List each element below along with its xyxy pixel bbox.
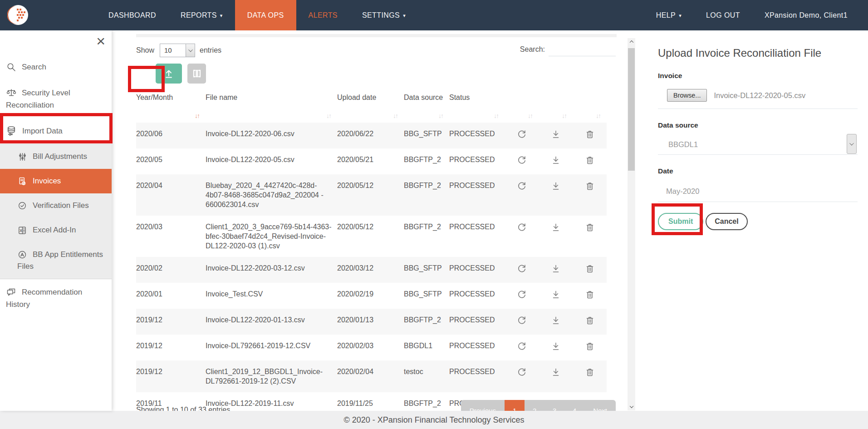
sort-icon: ↓↑ xyxy=(393,113,399,119)
trash-icon[interactable]: .a{stroke:#787878;stroke-width:1.5;fill:… xyxy=(584,341,595,352)
refresh-icon[interactable]: .a{stroke:#787878;stroke-width:1.5;fill:… xyxy=(516,222,527,233)
trash-icon[interactable]: .a{stroke:#787878;stroke-width:1.5;fill:… xyxy=(584,129,595,140)
pagination-page-3[interactable]: 3 xyxy=(544,400,564,411)
pagination-page-1[interactable]: 1 xyxy=(505,400,525,411)
download-icon[interactable]: .a{stroke:#787878;stroke-width:1.5;fill:… xyxy=(550,181,561,192)
date-value[interactable]: May-2020 xyxy=(666,187,858,196)
column-header-refresh[interactable]: ↓↑ xyxy=(505,92,539,123)
cell-action: .a{stroke:#787878;stroke-width:1.5;fill:… xyxy=(539,216,573,257)
selected-file-name: Invoice-DL122-2020-05.csv xyxy=(714,91,805,100)
refresh-icon[interactable]: .a{stroke:#787878;stroke-width:1.5;fill:… xyxy=(516,155,527,166)
refresh-icon[interactable]: .a{stroke:#787878;stroke-width:1.5;fill:… xyxy=(516,367,527,378)
cancel-button[interactable]: Cancel xyxy=(706,213,747,230)
nav-user[interactable]: XPansion Demo, Client1 xyxy=(752,0,860,30)
svg-text:X: X xyxy=(20,228,22,233)
trash-icon[interactable]: .a{stroke:#787878;stroke-width:1.5;fill:… xyxy=(584,155,595,166)
sidebar-item-verification-files[interactable]: Verification Files xyxy=(0,193,112,218)
download-icon[interactable]: .a{stroke:#787878;stroke-width:1.5;fill:… xyxy=(550,289,561,300)
cell-upload-date: 2020/05/21 xyxy=(337,148,404,174)
refresh-icon[interactable]: .a{stroke:#787878;stroke-width:1.5;fill:… xyxy=(516,289,527,300)
submit-button[interactable]: Submit xyxy=(658,213,703,230)
download-icon[interactable]: .a{stroke:#787878;stroke-width:1.5;fill:… xyxy=(550,129,561,140)
column-header-year-month[interactable]: Year/Month↓↑ xyxy=(136,92,206,123)
vertical-scrollbar[interactable] xyxy=(628,38,635,410)
nav-logout[interactable]: LOG OUT xyxy=(694,0,752,30)
table-row: 2020/01Invoice_Test.CSV2020/02/19BBG_SFT… xyxy=(136,283,607,309)
pagination-page-2[interactable]: 2 xyxy=(525,400,544,411)
table-row: 2020/06Invoice-DL122-2020-06.csv2020/06/… xyxy=(136,123,607,148)
cell-action: .a{stroke:#787878;stroke-width:1.5;fill:… xyxy=(573,174,607,216)
download-icon[interactable]: .a{stroke:#787878;stroke-width:1.5;fill:… xyxy=(550,341,561,352)
trash-icon[interactable]: .a{stroke:#787878;stroke-width:1.5;fill:… xyxy=(584,263,595,274)
download-icon[interactable]: .a{stroke:#787878;stroke-width:1.5;fill:… xyxy=(550,367,561,378)
date-label: Date xyxy=(658,167,858,175)
trash-icon[interactable]: .a{stroke:#787878;stroke-width:1.5;fill:… xyxy=(584,222,595,233)
cell-action: .a{stroke:#787878;stroke-width:1.5;fill:… xyxy=(539,360,573,392)
column-header-file-name[interactable]: File name↓↑ xyxy=(206,92,337,123)
download-icon[interactable]: .a{stroke:#787878;stroke-width:1.5;fill:… xyxy=(550,315,561,326)
pagination-previous[interactable]: Previous xyxy=(461,400,505,411)
nav-dashboard[interactable]: DASHBOARD xyxy=(96,0,168,30)
column-header-delete[interactable]: ↓↑ xyxy=(573,92,607,123)
trash-icon[interactable]: .a{stroke:#787878;stroke-width:1.5;fill:… xyxy=(584,289,595,300)
sidebar-item-import-data[interactable]: Import Data xyxy=(0,118,112,144)
browse-button[interactable]: Browse... xyxy=(667,89,707,102)
search-input[interactable] xyxy=(549,44,616,56)
table-buttons xyxy=(136,64,628,84)
refresh-icon[interactable]: .a{stroke:#787878;stroke-width:1.5;fill:… xyxy=(516,181,527,192)
sidebar-item-security-level-reconciliation[interactable]: Security Level Reconciliation xyxy=(0,80,112,118)
sort-icon: ↓↑ xyxy=(596,113,602,119)
sidebar-item-bb-app-entitlements-files[interactable]: BB App Entitlements Files xyxy=(0,242,112,279)
scrollbar-down-arrow[interactable] xyxy=(628,403,635,410)
nav-alerts[interactable]: ALERTS xyxy=(296,0,350,30)
scrollbar-thumb[interactable] xyxy=(628,48,635,171)
page-size-select[interactable]: 10 xyxy=(160,44,195,57)
column-header-upload-date[interactable]: Upload date↓↑ xyxy=(337,92,404,123)
trash-icon[interactable]: .a{stroke:#787878;stroke-width:1.5;fill:… xyxy=(584,181,595,192)
refresh-icon[interactable]: .a{stroke:#787878;stroke-width:1.5;fill:… xyxy=(516,129,527,140)
cell-upload-date: 2020/01/13 xyxy=(337,309,404,335)
nav-reports[interactable]: REPORTS▾ xyxy=(168,0,235,30)
sidebar-item-excel-add-in[interactable]: XExcel Add-In xyxy=(0,218,112,242)
pagination-next[interactable]: Next xyxy=(584,400,616,411)
download-icon[interactable]: .a{stroke:#787878;stroke-width:1.5;fill:… xyxy=(550,222,561,233)
sidebar: × Search Security Level Reconciliation I… xyxy=(0,30,112,411)
refresh-icon[interactable]: .a{stroke:#787878;stroke-width:1.5;fill:… xyxy=(516,263,527,274)
cell-status: PROCESSED xyxy=(449,123,505,148)
table-row: 2019/12Client1_2019_12_BBGDL1_Invoice-DL… xyxy=(136,360,607,392)
trash-icon[interactable]: .a{stroke:#787878;stroke-width:1.5;fill:… xyxy=(584,367,595,378)
sort-icon: ↓↑ xyxy=(562,113,568,119)
close-icon[interactable]: × xyxy=(96,33,105,49)
download-icon[interactable]: .a{stroke:#787878;stroke-width:1.5;fill:… xyxy=(550,155,561,166)
select-arrow[interactable] xyxy=(847,134,857,154)
nav-settings[interactable]: SETTINGS▾ xyxy=(350,0,418,30)
cell-action: .a{stroke:#787878;stroke-width:1.5;fill:… xyxy=(505,123,539,148)
sidebar-item-recommendation-history[interactable]: Recommendation History xyxy=(0,279,112,317)
data-source-select[interactable]: BBGDL1 xyxy=(658,133,858,155)
sidebar-item-search[interactable]: Search xyxy=(0,54,112,80)
upload-button[interactable] xyxy=(156,64,182,84)
sidebar-item-bill-adjustments[interactable]: Bill Adjustments xyxy=(0,144,112,169)
sidebar-item-invoices[interactable]: $Invoices xyxy=(0,169,112,193)
xpansion-logo-icon[interactable] xyxy=(7,4,29,26)
column-header-download[interactable]: ↓↑ xyxy=(539,92,573,123)
refresh-icon[interactable]: .a{stroke:#787878;stroke-width:1.5;fill:… xyxy=(516,341,527,352)
cell-action: .a{stroke:#787878;stroke-width:1.5;fill:… xyxy=(573,283,607,309)
nav-help[interactable]: HELP▾ xyxy=(644,0,694,30)
column-header-data-source[interactable]: Data source↓↑ xyxy=(404,92,449,123)
column-header-status[interactable]: Status↓↑ xyxy=(449,92,505,123)
chat-bubbles-icon xyxy=(6,287,17,298)
column-visibility-button[interactable] xyxy=(187,64,206,84)
page-size-value: 10 xyxy=(164,46,172,54)
scales-icon xyxy=(6,88,17,99)
download-icon[interactable]: .a{stroke:#787878;stroke-width:1.5;fill:… xyxy=(550,263,561,274)
cell-action: .a{stroke:#787878;stroke-width:1.5;fill:… xyxy=(505,174,539,216)
cell-action: .a{stroke:#787878;stroke-width:1.5;fill:… xyxy=(573,216,607,257)
trash-icon[interactable]: .a{stroke:#787878;stroke-width:1.5;fill:… xyxy=(584,315,595,326)
cell-status: PROCESSED xyxy=(449,335,505,360)
scrollbar-up-arrow[interactable] xyxy=(628,38,635,45)
cell-status: PROCESSED xyxy=(449,360,505,392)
nav-data-ops[interactable]: DATA OPS xyxy=(235,0,296,30)
pagination-page-4[interactable]: 4 xyxy=(564,400,584,411)
refresh-icon[interactable]: .a{stroke:#787878;stroke-width:1.5;fill:… xyxy=(516,315,527,326)
